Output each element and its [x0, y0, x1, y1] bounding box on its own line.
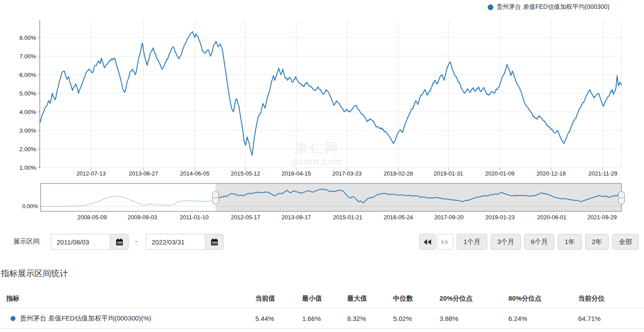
- end-date-group: [146, 234, 224, 250]
- range-label: 展示区间: [13, 237, 40, 246]
- y-axis-label: 6.00%: [19, 72, 36, 78]
- max-value: 8.32%: [347, 315, 393, 322]
- indicator-name-cell: 贵州茅台 差值FED估值加权平均(000300)(%): [0, 314, 255, 323]
- x-axis-label: 2020-12-18: [536, 170, 566, 177]
- period-3m-button[interactable]: 3个月: [491, 234, 521, 250]
- col-header-indicator: 指标: [0, 294, 255, 303]
- start-date-group: [51, 234, 129, 250]
- p80-value: 6.24%: [508, 315, 578, 322]
- median-value: 5.02%: [393, 315, 439, 322]
- nav-axis-label: 2017-09-20: [434, 214, 464, 221]
- x-axis-label: 2014-06-05: [180, 170, 210, 177]
- nav-axis-label: 2012-05-17: [231, 214, 261, 221]
- watermark-text: 果仁网: [295, 141, 340, 155]
- y-axis-label: 3.00%: [19, 127, 36, 134]
- nav-axis-label: 2021-09-29: [587, 214, 617, 221]
- nav-zero-label: 0.00%: [23, 203, 38, 210]
- calendar-icon: [116, 238, 123, 246]
- nav-axis-label: 2009-09-03: [128, 214, 157, 221]
- nav-axis-label: 2019-01-23: [485, 214, 515, 221]
- date-range-controls: 展示区间 -: [0, 233, 644, 250]
- x-axis-label: 2013-06-27: [129, 170, 158, 177]
- period-1y-button[interactable]: 1年: [558, 234, 581, 250]
- y-axis-label: 4.00%: [19, 109, 36, 115]
- x-axis-label: 2020-01-09: [485, 170, 515, 177]
- stats-table: 指标 当前值 最小值 最大值 中位数 20%分位点 80%分位点 当前分位 贵州…: [0, 289, 644, 329]
- x-axis-label: 2015-05-12: [231, 170, 261, 177]
- col-header-median: 中位数: [393, 294, 439, 303]
- calendar-icon: [211, 238, 218, 246]
- nav-selection[interactable]: [216, 183, 621, 211]
- x-axis-label: 2018-02-28: [383, 170, 413, 177]
- current-value: 5.44%: [255, 315, 302, 322]
- nav-axis-label: 2011-01-10: [180, 214, 209, 221]
- stats-section-title: 指标展示区间统计: [1, 268, 68, 279]
- navigator[interactable]: 0.00%2008-05-092009-09-032011-01-102012-…: [23, 183, 625, 221]
- col-header-current: 当前值: [255, 294, 302, 303]
- period-button-toolbar: 1个月 3个月 6个月 1年 2年 全部: [419, 234, 639, 250]
- nav-axis-label: 2016-05-24: [383, 214, 413, 221]
- x-axis-label: 2021-11-29: [588, 170, 617, 177]
- watermark-url: guorn.com: [292, 156, 342, 166]
- p20-value: 3.88%: [439, 315, 508, 322]
- col-header-current-percentile: 当前分位: [578, 294, 644, 303]
- period-6m-button[interactable]: 6个月: [524, 234, 554, 250]
- table-row: 贵州茅台 差值FED估值加权平均(000300)(%) 5.44% 1.66% …: [0, 308, 644, 329]
- col-header-max: 最大值: [347, 294, 393, 303]
- step-backward-button[interactable]: [419, 234, 436, 250]
- nav-axis-label: 2008-05-09: [77, 214, 107, 221]
- y-axis-label: 2.00%: [19, 146, 36, 153]
- min-value: 1.66%: [302, 315, 347, 322]
- series-marker-icon: [11, 316, 15, 321]
- current-percentile-value: 64.71%: [578, 315, 644, 322]
- nav-axis-label: 2020-06-01: [537, 214, 567, 221]
- period-2y-button[interactable]: 2年: [585, 234, 609, 250]
- end-date-calendar-button[interactable]: [205, 234, 224, 250]
- col-header-p80: 80%分位点: [508, 294, 578, 303]
- range-separator: -: [135, 237, 137, 245]
- col-header-p20: 20%分位点: [439, 294, 508, 303]
- valuation-chart[interactable]: 8.00%7.00%6.00%5.00%4.00%3.00%2.00%1.00%…: [0, 0, 644, 225]
- indicator-name: 贵州茅台 差值FED估值加权平均(000300)(%): [20, 314, 152, 323]
- period-all-button[interactable]: 全部: [612, 234, 639, 250]
- x-axis-label: 2019-01-31: [434, 170, 463, 177]
- end-date-input[interactable]: [146, 234, 205, 250]
- nav-axis-label: 2015-01-21: [333, 214, 363, 221]
- x-axis-label: 2017-03-23: [332, 170, 362, 177]
- nav-handle-left[interactable]: [212, 191, 219, 204]
- nav-axis-label: 2013-09-17: [281, 214, 311, 221]
- step-forward-button[interactable]: [437, 234, 453, 250]
- y-axis-label: 5.00%: [19, 90, 36, 97]
- period-1m-button[interactable]: 1个月: [457, 234, 487, 250]
- x-axis-label: 2012-07-13: [76, 170, 106, 177]
- nav-handle-right[interactable]: [618, 191, 625, 204]
- double-left-arrow-icon: [424, 239, 431, 245]
- valuation-chart-page: 贵州茅台 差值FED估值加权平均(000300) 8.00%7.00%6.00%…: [0, 0, 644, 332]
- y-axis-label: 1.00%: [19, 164, 36, 171]
- start-date-calendar-button[interactable]: [110, 234, 129, 250]
- col-header-min: 最小值: [302, 294, 347, 303]
- y-axis-label: 8.00%: [19, 34, 36, 41]
- stats-table-header: 指标 当前值 最小值 最大值 中位数 20%分位点 80%分位点 当前分位: [0, 289, 644, 308]
- start-date-input[interactable]: [51, 234, 110, 250]
- y-axis-label: 7.00%: [19, 53, 36, 60]
- x-axis-label: 2016-04-15: [281, 170, 311, 177]
- double-right-arrow-icon: [441, 239, 449, 245]
